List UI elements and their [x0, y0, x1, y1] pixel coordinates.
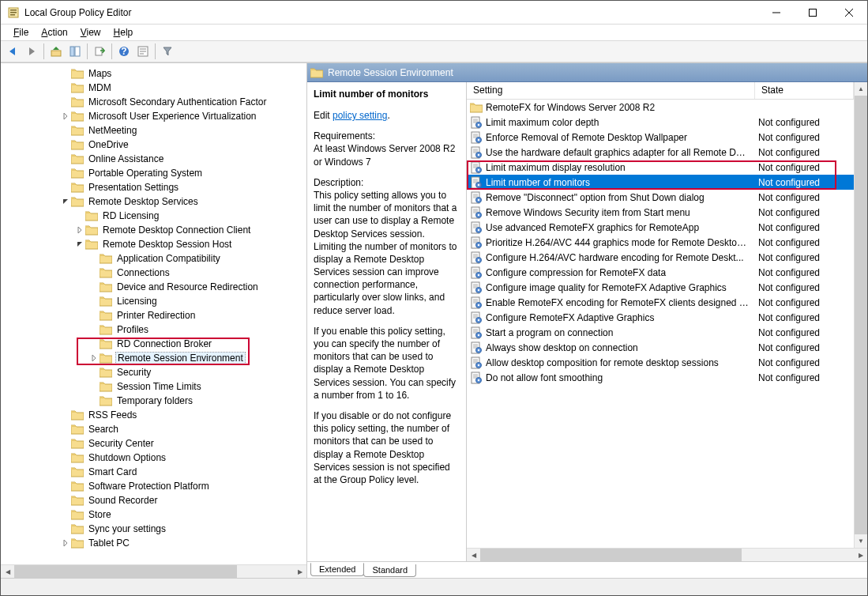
- tree-item-label: Shutdown Options: [87, 452, 167, 463]
- menu-action[interactable]: Action: [36, 25, 72, 40]
- tree-item[interactable]: MDM: [4, 81, 306, 95]
- filter-button[interactable]: [159, 43, 176, 60]
- folder-icon: [71, 139, 84, 150]
- export-list-button[interactable]: [91, 43, 108, 60]
- tree-item[interactable]: OneDrive: [4, 138, 306, 152]
- tree-item[interactable]: Security: [4, 365, 306, 379]
- tree-item[interactable]: Remote Session Environment: [4, 351, 306, 365]
- tree-item[interactable]: Sound Recorder: [4, 493, 306, 507]
- policy-row[interactable]: Use the hardware default graphics adapte…: [467, 145, 854, 160]
- tree-item[interactable]: NetMeeting: [4, 123, 306, 138]
- scroll-right-icon[interactable]: ▶: [293, 565, 306, 579]
- show-hide-tree-button[interactable]: [66, 43, 84, 60]
- tab-standard[interactable]: Standard: [363, 564, 416, 577]
- scroll-up-icon[interactable]: ▲: [855, 82, 867, 96]
- minimize-button[interactable]: [758, 1, 795, 24]
- svg-point-77: [478, 258, 479, 260]
- tree-item[interactable]: Maps: [4, 66, 306, 81]
- tree-item[interactable]: Task Scheduler: [4, 550, 306, 551]
- policy-row[interactable]: Enable RemoteFX encoding for RemoteFX cl…: [467, 295, 854, 310]
- policy-row[interactable]: Enforce Removal of Remote Desktop Wallpa…: [467, 130, 854, 145]
- tabs-bar: Extended Standard: [307, 561, 867, 578]
- tree-item[interactable]: Remote Desktop Services: [4, 194, 306, 209]
- policy-row[interactable]: Remove "Disconnect" option from Shut Dow…: [467, 190, 854, 205]
- tree[interactable]: MapsMDMMicrosoft Secondary Authenticatio…: [1, 63, 306, 551]
- col-setting[interactable]: Setting: [467, 82, 755, 99]
- tree-item[interactable]: Portable Operating System: [4, 166, 306, 180]
- policy-row[interactable]: Configure H.264/AVC hardware encoding fo…: [467, 250, 854, 265]
- scroll-right-icon[interactable]: ▶: [854, 549, 867, 562]
- scroll-left-icon[interactable]: ◀: [467, 549, 480, 562]
- statusbar: [1, 578, 867, 595]
- menu-view[interactable]: View: [76, 25, 106, 40]
- back-button[interactable]: [4, 43, 21, 60]
- properties-button[interactable]: [134, 43, 152, 60]
- maximize-button[interactable]: [795, 1, 831, 24]
- tree-item[interactable]: Microsoft User Experience Virtualization: [4, 109, 306, 123]
- policy-row[interactable]: Limit number of monitorsNot configured: [467, 175, 854, 190]
- tree-item[interactable]: Tablet PC: [4, 536, 306, 550]
- policy-row[interactable]: Start a program on connectionNot configu…: [467, 325, 854, 340]
- chevron-down-icon[interactable]: [75, 240, 85, 249]
- folder-icon: [100, 395, 112, 406]
- chevron-right-icon[interactable]: [75, 225, 85, 235]
- up-button[interactable]: [47, 43, 65, 60]
- policy-row[interactable]: Use advanced RemoteFX graphics for Remot…: [467, 220, 854, 235]
- edit-policy-link[interactable]: policy setting: [333, 110, 387, 121]
- policy-row[interactable]: Limit maximum color depthNot configured: [467, 115, 854, 130]
- tree-item[interactable]: Presentation Settings: [4, 180, 306, 194]
- tree-item[interactable]: Smart Card: [4, 465, 306, 479]
- tab-extended[interactable]: Extended: [310, 563, 364, 576]
- scroll-down-icon[interactable]: ▼: [855, 534, 867, 548]
- policy-row[interactable]: Limit maximum display resolutionNot conf…: [467, 160, 854, 175]
- policy-row[interactable]: RemoteFX for Windows Server 2008 R2: [467, 100, 854, 115]
- tree-item[interactable]: Device and Resource Redirection: [4, 280, 306, 294]
- policy-row[interactable]: Configure compression for RemoteFX dataN…: [467, 265, 854, 280]
- list-hscroll[interactable]: ◀ ▶: [467, 548, 867, 561]
- tree-item[interactable]: Search: [4, 422, 306, 436]
- list-vscroll[interactable]: ▲ ▼: [854, 82, 867, 548]
- chevron-none: [61, 467, 70, 477]
- tree-item[interactable]: Temporary folders: [4, 394, 306, 408]
- scroll-left-icon[interactable]: ◀: [1, 565, 14, 579]
- tree-item[interactable]: Application Compatibility: [4, 251, 306, 266]
- tree-item[interactable]: Sync your settings: [4, 522, 306, 536]
- tree-item[interactable]: Connections: [4, 266, 306, 280]
- tree-item[interactable]: Profiles: [4, 323, 306, 337]
- policy-row[interactable]: Prioritize H.264/AVC 444 graphics mode f…: [467, 235, 854, 250]
- chevron-right-icon[interactable]: [61, 111, 70, 121]
- chevron-right-icon[interactable]: [61, 538, 70, 548]
- chevron-down-icon[interactable]: [61, 197, 70, 206]
- policy-row[interactable]: Allow desktop composition for remote des…: [467, 355, 854, 370]
- tree-item-label: MDM: [87, 82, 113, 93]
- tree-item[interactable]: RD Connection Broker: [4, 337, 306, 351]
- policy-row[interactable]: Always show desktop on connectionNot con…: [467, 340, 854, 355]
- menu-help[interactable]: Help: [109, 25, 138, 40]
- policy-row[interactable]: Configure RemoteFX Adaptive GraphicsNot …: [467, 310, 854, 325]
- tree-item[interactable]: Software Protection Platform: [4, 479, 306, 493]
- tree-item[interactable]: Remote Desktop Connection Client: [4, 223, 306, 237]
- chevron-right-icon[interactable]: [89, 353, 99, 363]
- tree-item[interactable]: Licensing: [4, 294, 306, 308]
- tree-item[interactable]: Microsoft Secondary Authentication Facto…: [4, 95, 306, 109]
- policy-row[interactable]: Configure image quality for RemoteFX Ada…: [467, 280, 854, 295]
- tree-item[interactable]: Session Time Limits: [4, 379, 306, 394]
- tree-item[interactable]: Store: [4, 507, 306, 522]
- close-button[interactable]: [831, 1, 867, 24]
- forward-button[interactable]: [23, 43, 40, 60]
- menu-file[interactable]: File: [9, 25, 33, 40]
- tree-item[interactable]: Security Center: [4, 436, 306, 451]
- tree-item[interactable]: Remote Desktop Session Host: [4, 237, 306, 251]
- policy-row[interactable]: Do not allow font smoothingNot configure…: [467, 370, 854, 385]
- tree-item[interactable]: RD Licensing: [4, 209, 306, 223]
- tree-item[interactable]: RSS Feeds: [4, 408, 306, 422]
- policy-row[interactable]: Remove Windows Security item from Start …: [467, 205, 854, 220]
- policy-list[interactable]: RemoteFX for Windows Server 2008 R2Limit…: [467, 100, 854, 548]
- tree-hscroll[interactable]: ◀ ▶: [1, 564, 306, 578]
- tree-item[interactable]: Online Assistance: [4, 152, 306, 166]
- tree-item[interactable]: Printer Redirection: [4, 308, 306, 323]
- col-state[interactable]: State: [755, 82, 854, 99]
- policy-name: Limit maximum display resolution: [486, 162, 755, 173]
- tree-item[interactable]: Shutdown Options: [4, 451, 306, 465]
- help-button[interactable]: ?: [115, 43, 133, 60]
